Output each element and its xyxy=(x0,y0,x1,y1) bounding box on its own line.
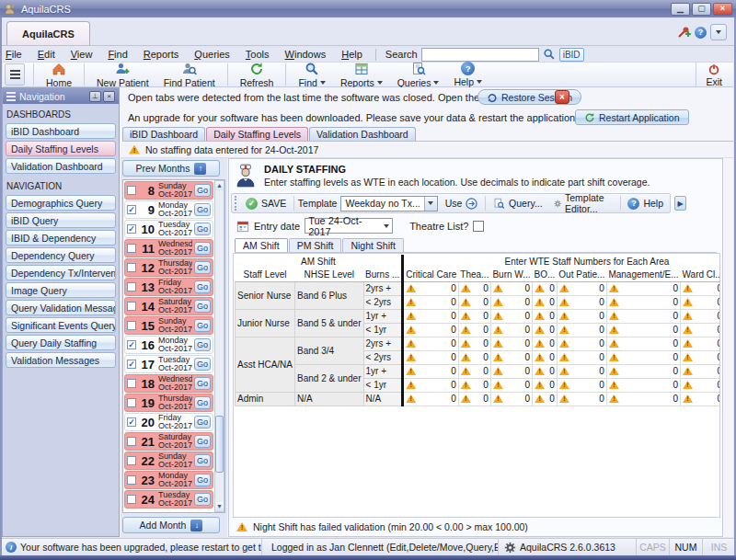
help-button[interactable]: ? Help xyxy=(446,63,489,87)
sidebar-item-dependency-query[interactable]: Dependency Query xyxy=(6,247,116,263)
panel-menu-icon[interactable] xyxy=(6,90,16,103)
wte-cell[interactable]: !0 xyxy=(681,295,720,309)
wte-cell[interactable]: !0 xyxy=(606,309,680,323)
ibid-button[interactable]: iBID xyxy=(559,48,584,62)
date-checkbox[interactable]: ✓ xyxy=(127,224,136,234)
wte-cell[interactable]: !0 xyxy=(557,378,606,392)
go-button[interactable]: Go xyxy=(194,223,211,235)
shift-tab-am-shift[interactable]: AM Shift xyxy=(235,238,288,252)
sidebar-item-validation-dashboard[interactable]: Validation Dashboard xyxy=(6,158,116,174)
wte-cell[interactable]: !0 xyxy=(557,281,606,295)
wte-cell[interactable]: !0 xyxy=(681,350,720,364)
find-button[interactable]: Find xyxy=(291,63,332,87)
wte-cell[interactable]: !0 xyxy=(458,295,490,309)
wte-cell[interactable]: !0 xyxy=(606,364,680,378)
wte-cell[interactable]: !0 xyxy=(458,392,490,406)
shift-tab-pm-shift[interactable]: PM Shift xyxy=(289,238,342,252)
wte-cell[interactable]: !0 xyxy=(557,309,606,323)
prev-months-button[interactable]: Prev Months↑ xyxy=(122,160,220,177)
search-icon[interactable] xyxy=(543,48,556,61)
go-button[interactable]: Go xyxy=(194,319,211,332)
menu-item-file[interactable]: File xyxy=(6,49,22,60)
sidebar-item-query-validation-messages[interactable]: Query Validation Messages xyxy=(6,300,116,315)
menu-item-windows[interactable]: Windows xyxy=(285,49,327,60)
find-patient-button[interactable]: Find Patient xyxy=(156,63,223,87)
go-button[interactable]: Go xyxy=(194,493,211,506)
sidebar-item-ibid-dashboard[interactable]: iBID Dashboard xyxy=(6,123,116,139)
reports-button[interactable]: Reports xyxy=(333,63,390,87)
wte-cell[interactable]: !0 xyxy=(681,281,720,295)
tab-validation-dashboard[interactable]: Validation Dashboard xyxy=(309,127,416,141)
wte-cell[interactable]: !0 xyxy=(557,350,606,364)
wte-cell[interactable]: !0 xyxy=(606,281,680,295)
pin-add-icon[interactable] xyxy=(676,25,691,40)
date-checkbox[interactable] xyxy=(127,321,136,330)
tab-daily-staffing-levels[interactable]: Daily Staffing Levels xyxy=(206,127,308,141)
date-checkbox[interactable] xyxy=(127,398,136,407)
menu-item-help[interactable]: Help xyxy=(341,49,362,60)
wte-cell[interactable]: !0 xyxy=(606,392,680,406)
help-icon[interactable]: ? xyxy=(695,27,707,39)
wte-cell[interactable]: !0 xyxy=(606,323,680,337)
date-checkbox[interactable]: ✓ xyxy=(127,360,136,369)
go-button[interactable]: Go xyxy=(194,474,211,486)
exit-button[interactable]: Exit xyxy=(696,63,731,87)
wte-cell[interactable]: !0 xyxy=(490,378,532,392)
sidebar-item-ibid-dependency[interactable]: IBID & Dependency xyxy=(6,230,116,246)
add-month-button[interactable]: Add Month↓ xyxy=(122,517,220,533)
date-checkbox[interactable] xyxy=(127,302,136,311)
wte-cell[interactable]: !0 xyxy=(533,364,558,378)
date-checkbox[interactable] xyxy=(127,282,136,291)
maximize-button[interactable]: ▢ xyxy=(692,3,711,16)
scrollbar-thumb[interactable] xyxy=(215,416,224,473)
date-checkbox[interactable]: ✓ xyxy=(127,417,136,427)
template-editor-button[interactable]: Template Editor... xyxy=(550,191,616,215)
query-button[interactable]: Query... xyxy=(489,197,546,211)
home-button[interactable]: Home xyxy=(39,63,79,87)
wte-cell[interactable]: !0 xyxy=(458,323,490,337)
date-checkbox[interactable] xyxy=(127,186,136,195)
save-button[interactable]: ✓ SAVE xyxy=(242,197,290,211)
wte-cell[interactable]: !0 xyxy=(403,378,459,392)
wte-cell[interactable]: !0 xyxy=(458,337,490,350)
dropdown-chevron-icon[interactable] xyxy=(424,197,437,211)
menu-item-queries[interactable]: Queries xyxy=(194,49,230,60)
wte-cell[interactable]: !0 xyxy=(557,323,606,337)
search-input[interactable] xyxy=(421,48,539,62)
sidebar-item-significant-events-query[interactable]: Significant Events Query xyxy=(6,317,116,333)
date-list-scrollbar[interactable]: ▲ ▼ xyxy=(214,180,224,512)
new-patient-button[interactable]: New Patient xyxy=(89,63,156,87)
toolbar-grip[interactable] xyxy=(235,196,238,211)
wte-cell[interactable]: !0 xyxy=(533,323,558,337)
tab-ibid-dashboard[interactable]: iBID Dashboard xyxy=(122,127,205,141)
wte-cell[interactable]: !0 xyxy=(458,378,490,392)
wte-cell[interactable]: !0 xyxy=(681,378,720,392)
go-button[interactable]: Go xyxy=(194,280,211,293)
wte-cell[interactable]: !0 xyxy=(557,392,606,406)
go-button[interactable]: Go xyxy=(194,300,211,313)
wte-cell[interactable]: !0 xyxy=(533,309,558,323)
date-checkbox[interactable] xyxy=(127,437,136,446)
wte-cell[interactable]: !0 xyxy=(557,295,606,309)
sidebar-item-query-daily-staffing[interactable]: Query Daily Staffing xyxy=(6,335,116,350)
go-button[interactable]: Go xyxy=(194,396,211,409)
wte-cell[interactable]: !0 xyxy=(490,350,532,364)
wte-cell[interactable]: !0 xyxy=(533,350,558,364)
entry-date-dropdown[interactable]: Tue 24-Oct-2017 xyxy=(305,218,393,234)
go-button[interactable]: Go xyxy=(194,435,211,448)
wte-cell[interactable]: !0 xyxy=(490,392,532,406)
wte-cell[interactable]: !0 xyxy=(490,337,532,350)
go-button[interactable]: Go xyxy=(194,377,211,390)
menu-item-tools[interactable]: Tools xyxy=(246,49,270,60)
date-checkbox[interactable] xyxy=(127,495,136,504)
queries-button[interactable]: Queries xyxy=(390,63,447,87)
wte-cell[interactable]: !0 xyxy=(490,309,532,323)
wte-cell[interactable]: !0 xyxy=(403,337,459,350)
chevron-down-icon[interactable] xyxy=(710,24,727,40)
menu-item-find[interactable]: Find xyxy=(108,49,127,60)
go-button[interactable]: Go xyxy=(194,184,211,197)
wte-cell[interactable]: !0 xyxy=(681,337,720,350)
template-dropdown[interactable]: Weekday no Tx... xyxy=(340,196,437,211)
scroll-up-icon[interactable]: ▲ xyxy=(215,181,224,190)
wte-cell[interactable]: !0 xyxy=(403,392,459,406)
